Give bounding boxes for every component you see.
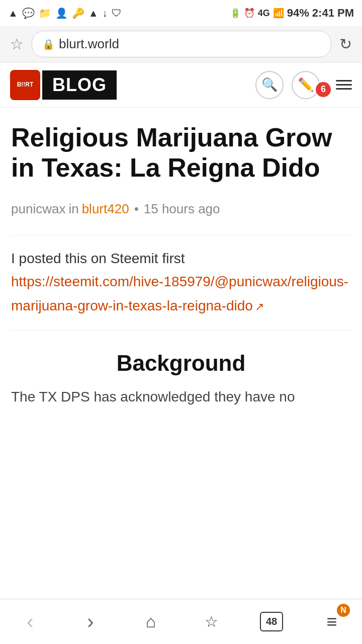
status-icons-left: ▲ 💬 📁 👤 🔑 ▲ ↓ 🛡 [8, 7, 122, 19]
blurt-logo-icon: B!!RT [10, 70, 40, 100]
signal-icon: 📶 [273, 8, 284, 19]
bottom-nav: ‹ › ⌂ ☆ 48 ≡ N [0, 599, 362, 644]
meta-in-label: in [68, 201, 78, 217]
url-text: blurt.world [59, 36, 119, 52]
bookmark-button[interactable]: ☆ [191, 602, 231, 642]
main-content: Religious Marijuana Grow in Texas: La Re… [0, 108, 362, 418]
hamburger-line-2 [336, 84, 352, 86]
home-button[interactable]: ⌂ [131, 602, 171, 642]
status-bar: ▲ 💬 📁 👤 🔑 ▲ ↓ 🛡 🔋 ⏰ 4G 📶 94% 2:41 PM [0, 0, 362, 26]
nav-menu-icon: ≡ [326, 611, 337, 632]
divider-1 [11, 235, 351, 235]
folder-icon: 📁 [39, 7, 51, 19]
network-icon: 4G [258, 8, 270, 19]
site-header: B!!RT BLOG 🔍 ✏️ 6 [0, 62, 362, 108]
section-body: The TX DPS has acknowledged they have no [11, 386, 351, 409]
home-icon: ⌂ [146, 612, 156, 631]
nav-menu-button[interactable]: ≡ N [312, 602, 352, 642]
url-bar[interactable]: 🔒 blurt.world [32, 31, 331, 57]
external-link-icon: ↗ [255, 297, 264, 316]
back-icon: ‹ [27, 610, 33, 633]
edit-button[interactable]: ✏️ [292, 71, 320, 99]
refresh-button[interactable]: ↻ [339, 35, 352, 53]
header-actions: 🔍 ✏️ 6 [255, 71, 352, 99]
bookmark-icon: ☆ [205, 613, 218, 630]
article-title: Religious Marijuana Grow in Texas: La Re… [11, 123, 351, 183]
back-button[interactable]: ‹ [10, 602, 50, 642]
divider-2 [11, 330, 351, 331]
logo-area[interactable]: B!!RT BLOG [10, 70, 117, 100]
lock-icon: 🔒 [42, 38, 55, 50]
time-display: 2:41 PM [312, 7, 354, 20]
tabs-button[interactable]: 48 [251, 602, 292, 642]
hamburger-line-1 [336, 80, 352, 82]
article-time: 15 hours ago [144, 201, 220, 217]
search-button[interactable]: 🔍 [255, 71, 284, 99]
chat-icon: 💬 [22, 7, 35, 19]
clock-icon: ⏰ [244, 8, 255, 19]
shield-icon: 🛡 [112, 8, 122, 19]
nav-notification-badge: N [337, 604, 350, 617]
steemit-link[interactable]: https://steemit.com/hive-185979/@punicwa… [11, 274, 348, 313]
status-info-right: 🔋 ⏰ 4G 📶 94% 2:41 PM [230, 7, 354, 20]
search-icon: 🔍 [261, 77, 278, 93]
blog-logo-text: BLOG [42, 70, 117, 100]
alert2-icon: ▲ [88, 8, 99, 19]
browser-bar: ☆ 🔒 blurt.world ↻ [0, 26, 362, 62]
edit-icon: ✏️ [298, 77, 314, 93]
article-author[interactable]: punicwax [11, 201, 65, 217]
download-icon: ↓ [103, 8, 108, 19]
article-meta: punicwax in blurt420 • 15 hours ago [11, 201, 351, 217]
person-icon: 👤 [55, 7, 68, 19]
favorite-star-icon[interactable]: ☆ [10, 35, 24, 53]
article-intro: I posted this on Steemit first https://s… [11, 248, 351, 318]
hamburger-menu-button[interactable] [336, 80, 352, 90]
key-icon: 🔑 [72, 7, 84, 19]
article-tag[interactable]: blurt420 [82, 201, 129, 217]
tab-count-badge: 48 [260, 612, 283, 631]
hamburger-line-3 [336, 88, 352, 90]
battery-percent: 94% [287, 7, 309, 20]
notification-badge: 6 [316, 82, 331, 97]
meta-dot: • [134, 201, 139, 217]
section-heading: Background [11, 351, 351, 376]
forward-button[interactable]: › [70, 602, 111, 642]
battery-icon: 🔋 [230, 8, 241, 19]
forward-icon: › [87, 610, 94, 633]
alert-icon: ▲ [8, 8, 18, 19]
